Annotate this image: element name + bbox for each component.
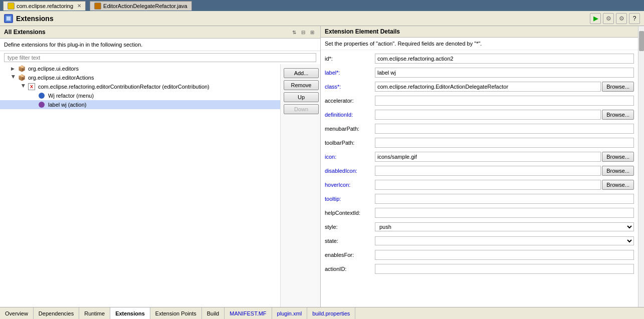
link-disabledicon[interactable]: disabledIcon: [325, 168, 375, 174]
field-enablesfor[interactable] [375, 250, 634, 260]
tree-label-action: label wj (action) [48, 102, 86, 108]
tree-item-editors[interactable]: ▶ 📦 org.eclipse.ui.editors [0, 64, 280, 73]
up-button[interactable]: Up [284, 92, 319, 102]
tree-label-contribution: com.eclipse.refactoring.editorContributi… [38, 84, 209, 90]
tree-arrow-editors: ▶ [11, 66, 16, 71]
label-toolbarpath: toolbarPath: [325, 140, 375, 146]
disabledicon-field-group: Browse... [375, 166, 634, 176]
main-toolbar: Extensions ▶ ⚙ ⚙ ? [0, 11, 644, 26]
form-area: id*: label*: class*: Browse... accelerat… [321, 50, 638, 307]
label-style: style: [325, 224, 375, 230]
right-panel-header: Extension Element Details [321, 26, 638, 38]
panel-desc-text: Define extensions for this plug-in in th… [4, 42, 142, 48]
link-label[interactable]: label*: [325, 70, 375, 76]
tab-build[interactable]: Build [202, 307, 225, 319]
tab-java[interactable]: EditorActionDelegateRefactor.java [90, 1, 192, 11]
field-id[interactable] [375, 54, 634, 64]
field-actionid[interactable] [375, 264, 634, 274]
plugin-title-area: Extensions [4, 14, 590, 23]
add-button[interactable]: Add... [284, 68, 319, 78]
tree-arrow-editoractions: ▶ [11, 75, 16, 80]
tab-overview[interactable]: Overview [0, 307, 34, 319]
run-button[interactable]: ▶ [590, 13, 601, 24]
field-label[interactable] [375, 68, 634, 78]
plugin-icon [4, 14, 13, 23]
hovericon-field-group: Browse... [375, 180, 634, 190]
tab-manifest-label: MANIFEST.MF [230, 310, 266, 316]
tree-item-menu[interactable]: Wj refactor (menu) [0, 91, 280, 100]
filter-input[interactable] [4, 53, 316, 62]
tree-label-menu: Wj refactor (menu) [48, 93, 94, 99]
remove-button[interactable]: Remove [284, 80, 319, 90]
field-helpcontextid[interactable] [375, 208, 634, 218]
form-row-helpcontextid: helpContextId: [325, 207, 634, 218]
tab-extensions[interactable]: Extensions [110, 307, 150, 319]
plugin-tab-label: com.eclipse.refactoring [17, 3, 73, 9]
gear-button1[interactable]: ⚙ [603, 13, 614, 24]
tab-dependencies[interactable]: Dependencies [34, 307, 79, 319]
browse-hovericon-button[interactable]: Browse... [602, 180, 634, 190]
link-hovericon[interactable]: hoverIcon: [325, 182, 375, 188]
tree-container[interactable]: ▶ 📦 org.eclipse.ui.editors ▶ 📦 org.eclip… [0, 64, 280, 307]
label-helpcontextid: helpContextId: [325, 210, 375, 216]
right-panel: Extension Element Details Set the proper… [321, 26, 638, 307]
gear-button2[interactable]: ⚙ [616, 13, 627, 24]
right-panel-title: Extension Element Details [325, 28, 400, 35]
sort-icon[interactable]: ⇅ [290, 28, 298, 36]
form-row-icon: icon: Browse... [325, 151, 634, 162]
tree-label-editors: org.eclipse.ui.editors [28, 66, 79, 72]
right-scrollbar[interactable] [638, 26, 644, 307]
browse-definitionid-button[interactable]: Browse... [602, 110, 634, 120]
label-state: state: [325, 238, 375, 244]
field-menubarpath[interactable] [375, 124, 634, 134]
field-state[interactable]: true false [375, 236, 634, 245]
left-panel: All Extensions ⇅ ⊟ ⊞ Define extensions f… [0, 26, 321, 307]
tab-extensionpoints[interactable]: Extension Points [150, 307, 202, 319]
tab-runtime[interactable]: Runtime [79, 307, 110, 319]
svg-rect-1 [7, 17, 11, 21]
field-toolbarpath[interactable] [375, 138, 634, 148]
browse-icon-button[interactable]: Browse... [602, 152, 634, 162]
form-row-disabledicon: disabledIcon: Browse... [325, 165, 634, 176]
tree-item-contribution[interactable]: ▶ X com.eclipse.refactoring.editorContri… [0, 82, 280, 91]
plugin-tab-close[interactable]: ✕ [77, 3, 81, 9]
field-disabledicon[interactable] [375, 166, 601, 176]
scrollbar-thumb[interactable] [639, 31, 644, 51]
collapse-icon[interactable]: ⊟ [299, 28, 307, 36]
field-hovericon[interactable] [375, 180, 601, 190]
browse-disabledicon-button[interactable]: Browse... [602, 166, 634, 176]
tab-buildprops[interactable]: build.properties [307, 307, 355, 319]
tab-overview-label: Overview [5, 310, 28, 316]
field-style[interactable]: push radio toggle pulldown [375, 222, 634, 231]
tab-buildprops-label: build.properties [312, 310, 350, 316]
label-accelerator: accelerator: [325, 98, 375, 104]
tree-item-action[interactable]: label wj (action) [0, 100, 280, 109]
tree-item-editoractions[interactable]: ▶ 📦 org.eclipse.ui.editorActions [0, 73, 280, 82]
field-icon[interactable] [375, 152, 601, 162]
down-button[interactable]: Down [284, 104, 319, 114]
form-row-style: style: push radio toggle pulldown [325, 221, 634, 232]
browse-class-button[interactable]: Browse... [602, 82, 634, 92]
link-tooltip[interactable]: tooltip: [325, 196, 375, 202]
tab-plugin[interactable]: com.eclipse.refactoring ✕ [3, 1, 86, 11]
form-row-enablesfor: enablesFor: [325, 249, 634, 260]
link-class[interactable]: class*: [325, 84, 375, 90]
tab-extensions-label: Extensions [115, 310, 145, 316]
toolbar-icons: ▶ ⚙ ⚙ ? [590, 13, 640, 24]
tab-manifest[interactable]: MANIFEST.MF [225, 307, 272, 319]
expand-icon[interactable]: ⊞ [308, 28, 316, 36]
field-accelerator[interactable] [375, 96, 634, 106]
field-definitionid[interactable] [375, 110, 601, 120]
link-icon[interactable]: icon: [325, 154, 375, 160]
field-class[interactable] [375, 82, 601, 92]
package-icon-editors: 📦 [18, 65, 25, 72]
main-content: All Extensions ⇅ ⊟ ⊞ Define extensions f… [0, 26, 644, 307]
field-tooltip[interactable] [375, 194, 634, 204]
label-id: id*: [325, 56, 375, 62]
java-tab-label: EditorActionDelegateRefactor.java [103, 3, 187, 9]
tab-dependencies-label: Dependencies [39, 310, 74, 316]
link-definitionid[interactable]: definitionId: [325, 112, 375, 118]
help-button[interactable]: ? [629, 13, 640, 24]
side-buttons: Add... Remove Up Down [280, 64, 320, 307]
tab-plugin[interactable]: plugin.xml [272, 307, 308, 319]
